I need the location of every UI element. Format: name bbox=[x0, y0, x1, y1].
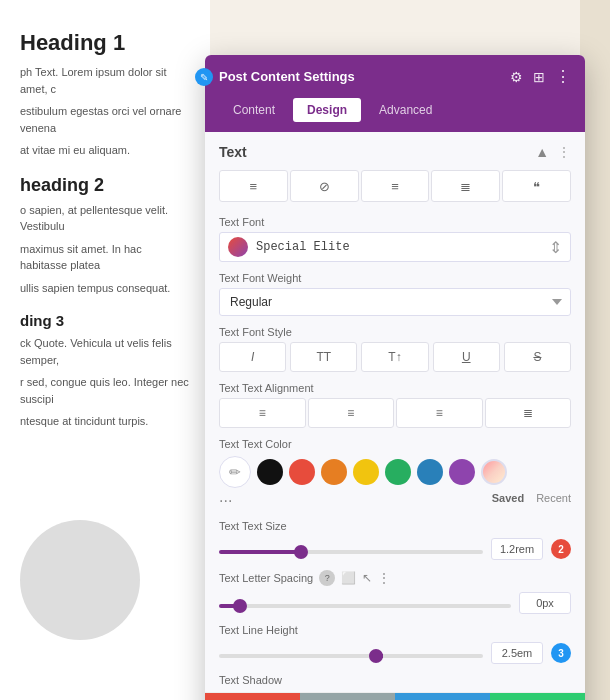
color-black[interactable] bbox=[257, 459, 283, 485]
grid-icon[interactable]: ⊞ bbox=[533, 69, 545, 85]
line-height-slider-row: 2.5em 3 bbox=[219, 642, 571, 664]
text-alignment-row: ≡ ≡ ≡ ≣ bbox=[219, 398, 571, 428]
letter-spacing-value[interactable]: 0px bbox=[519, 592, 571, 614]
letter-spacing-tablet-icon[interactable]: ⬜ bbox=[341, 571, 356, 585]
bg-heading2: heading 2 bbox=[20, 175, 190, 196]
section-title: Text bbox=[219, 144, 247, 160]
color-orange[interactable] bbox=[321, 459, 347, 485]
color-red[interactable] bbox=[289, 459, 315, 485]
bg-para2: estibulum egestas orci vel ornare venena bbox=[20, 103, 190, 136]
text-align-right-btn[interactable]: ≡ bbox=[396, 398, 483, 428]
text-shadow-label: Text Shadow bbox=[219, 674, 571, 686]
align-none-btn[interactable]: ⊘ bbox=[290, 170, 359, 202]
font-style-row: I TT T↑ U S bbox=[219, 342, 571, 372]
panel-tabs: Content Design Advanced bbox=[205, 98, 585, 132]
edit-indicator: ✎ bbox=[195, 68, 213, 86]
collapse-icon[interactable]: ▲ bbox=[535, 144, 549, 160]
font-weight-select[interactable]: Regular Bold Light bbox=[219, 288, 571, 316]
text-size-slider-row: 1.2rem 2 bbox=[219, 538, 571, 560]
section-menu-icon[interactable]: ⋮ bbox=[557, 144, 571, 160]
line-height-slider[interactable] bbox=[219, 654, 483, 658]
text-size-value[interactable]: 1.2rem bbox=[491, 538, 543, 560]
text-align-left-btn[interactable]: ≡ bbox=[219, 398, 306, 428]
panel-header-icons: ⚙ ⊞ ⋮ bbox=[510, 67, 571, 86]
color-tabs-row: ··· Saved Recent bbox=[219, 492, 571, 510]
letter-spacing-slider-row: 0px bbox=[219, 592, 571, 614]
text-font-style-label: Text Font Style bbox=[219, 326, 571, 338]
color-picker-btn[interactable]: ✏ bbox=[219, 456, 251, 488]
text-font-label: Text Font bbox=[219, 216, 571, 228]
recent-colors-tab[interactable]: Recent bbox=[536, 492, 571, 510]
tab-design[interactable]: Design bbox=[293, 98, 361, 122]
bg-para5: maximus sit amet. In hac habitasse plate… bbox=[20, 241, 190, 274]
letter-spacing-more-icon[interactable]: ⋮ bbox=[378, 571, 390, 585]
letter-spacing-label: Text Letter Spacing bbox=[219, 572, 313, 584]
capitalize-btn[interactable]: T↑ bbox=[361, 342, 428, 372]
section-header: Text ▲ ⋮ bbox=[219, 144, 571, 160]
background-content: Heading 1 ph Text. Lorem ipsum dolor sit… bbox=[0, 0, 210, 700]
bg-para9: ntesque at tincidunt turpis. bbox=[20, 413, 190, 430]
font-color-indicator bbox=[228, 237, 248, 257]
align-list-btn[interactable]: ≣ bbox=[431, 170, 500, 202]
line-height-value[interactable]: 2.5em bbox=[491, 642, 543, 664]
text-align-justify-btn[interactable]: ≣ bbox=[485, 398, 572, 428]
bg-circle-decoration bbox=[20, 520, 140, 640]
bg-heading3: ding 3 bbox=[20, 312, 190, 329]
more-colors-icon[interactable]: ··· bbox=[219, 492, 232, 510]
text-size-slider[interactable] bbox=[219, 550, 483, 554]
letter-spacing-cursor-icon[interactable]: ↖ bbox=[362, 571, 372, 585]
bg-para8: r sed, congue quis leo. Integer nec susc… bbox=[20, 374, 190, 407]
post-content-settings-panel: Post Content Settings ⚙ ⊞ ⋮ Content Desi… bbox=[205, 55, 585, 700]
tab-advanced[interactable]: Advanced bbox=[365, 98, 446, 122]
bg-para1: ph Text. Lorem ipsum dolor sit amet, c bbox=[20, 64, 190, 97]
undo-button[interactable]: ↺ bbox=[300, 693, 395, 700]
line-height-badge: 3 bbox=[551, 643, 571, 663]
bg-para7: ck Quote. Vehicula ut velis felis semper… bbox=[20, 335, 190, 368]
bg-para6: ullis sapien tempus consequat. bbox=[20, 280, 190, 297]
text-size-label: Text Text Size bbox=[219, 520, 571, 532]
settings-icon[interactable]: ⚙ bbox=[510, 69, 523, 85]
align-center-btn[interactable]: ≡ bbox=[361, 170, 430, 202]
section-header-icons: ▲ ⋮ bbox=[535, 144, 571, 160]
text-alignment-label: Text Text Alignment bbox=[219, 382, 571, 394]
strikethrough-btn[interactable]: S bbox=[504, 342, 571, 372]
color-gradient-picker[interactable] bbox=[481, 459, 507, 485]
letter-spacing-label-row: Text Letter Spacing ? ⬜ ↖ ⋮ bbox=[219, 570, 571, 586]
align-left-btn[interactable]: ≡ bbox=[219, 170, 288, 202]
font-arrow-icon: ⇕ bbox=[549, 238, 562, 257]
panel-header: Post Content Settings ⚙ ⊞ ⋮ bbox=[205, 55, 585, 98]
tab-content[interactable]: Content bbox=[219, 98, 289, 122]
cancel-button[interactable]: ✕ bbox=[205, 693, 300, 700]
bg-para4: o sapien, at pellentesque velit. Vestibu… bbox=[20, 202, 190, 235]
letter-spacing-slider-container bbox=[219, 594, 511, 612]
color-green[interactable] bbox=[385, 459, 411, 485]
saved-colors-tab[interactable]: Saved bbox=[492, 492, 524, 510]
help-icon[interactable]: ? bbox=[319, 570, 335, 586]
italic-btn[interactable]: I bbox=[219, 342, 286, 372]
confirm-button[interactable]: ✓ bbox=[490, 693, 585, 700]
panel-title: Post Content Settings bbox=[219, 69, 355, 84]
letter-spacing-slider[interactable] bbox=[219, 604, 511, 608]
quote-btn[interactable]: ❝ bbox=[502, 170, 571, 202]
text-align-center-btn[interactable]: ≡ bbox=[308, 398, 395, 428]
underline-btn[interactable]: U bbox=[433, 342, 500, 372]
bg-para3: at vitae mi eu aliquam. bbox=[20, 142, 190, 159]
uppercase-btn[interactable]: TT bbox=[290, 342, 357, 372]
text-color-label: Text Text Color bbox=[219, 438, 571, 450]
line-height-slider-container bbox=[219, 644, 483, 662]
color-blue[interactable] bbox=[417, 459, 443, 485]
content-alignment-row: ≡ ⊘ ≡ ≣ ❝ bbox=[219, 170, 571, 202]
text-font-weight-label: Text Font Weight bbox=[219, 272, 571, 284]
text-size-slider-container bbox=[219, 540, 483, 558]
font-input[interactable] bbox=[256, 233, 549, 261]
panel-footer: ✕ ↺ ↻ ✓ bbox=[205, 692, 585, 700]
color-purple[interactable] bbox=[449, 459, 475, 485]
bg-heading1: Heading 1 bbox=[20, 30, 190, 56]
color-yellow[interactable] bbox=[353, 459, 379, 485]
text-size-badge: 2 bbox=[551, 539, 571, 559]
redo-button[interactable]: ↻ bbox=[395, 693, 490, 700]
line-height-label: Text Line Height bbox=[219, 624, 571, 636]
color-swatches-row: ✏ bbox=[219, 456, 571, 488]
more-options-icon[interactable]: ⋮ bbox=[555, 67, 571, 86]
font-field[interactable]: ⇕ bbox=[219, 232, 571, 262]
